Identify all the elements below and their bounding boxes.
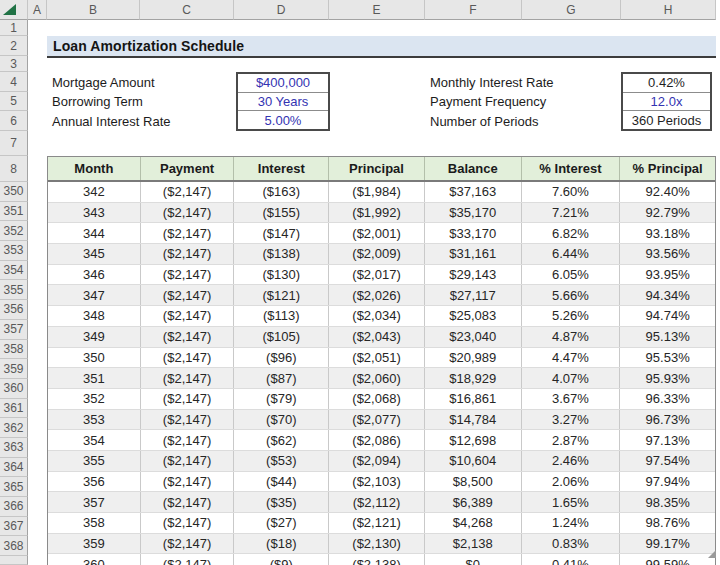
cell-payment[interactable]: ($2,147) — [141, 203, 235, 223]
row-header-4[interactable]: 4 — [0, 72, 28, 92]
row-header-358[interactable]: 358 — [0, 340, 28, 360]
cell-balance[interactable]: $23,040 — [425, 327, 522, 347]
cell-interest[interactable]: ($70) — [234, 410, 329, 430]
cell-interest[interactable]: ($147) — [234, 223, 329, 243]
cell-balance[interactable]: $29,143 — [425, 265, 522, 285]
cell-interest[interactable]: ($79) — [234, 389, 329, 409]
sheet-title-cell[interactable]: Loan Amortization Schedule — [47, 36, 716, 58]
cell-month[interactable]: 347 — [48, 285, 141, 305]
row-header-363[interactable]: 363 — [0, 438, 28, 458]
column-header-G[interactable]: G — [522, 0, 621, 20]
cell-payment[interactable]: ($2,147) — [141, 410, 235, 430]
column-header-label[interactable]: Interest — [234, 157, 329, 180]
row-header-359[interactable]: 359 — [0, 359, 28, 379]
cell-month[interactable]: 358 — [48, 513, 141, 533]
cell-balance[interactable]: $35,170 — [425, 203, 522, 223]
row-header-357[interactable]: 357 — [0, 320, 28, 340]
cell-pct-interest[interactable]: 2.87% — [522, 430, 621, 450]
cell-principal[interactable]: ($2,112) — [329, 492, 425, 512]
cell-pct-principal[interactable]: 93.18% — [620, 223, 715, 243]
cell-pct-principal[interactable]: 96.33% — [620, 389, 715, 409]
cell-month[interactable]: 349 — [48, 327, 141, 347]
cell-pct-principal[interactable]: 96.73% — [620, 410, 715, 430]
cell-pct-interest[interactable]: 4.07% — [522, 368, 621, 388]
cell-interest[interactable]: ($138) — [234, 244, 329, 264]
column-header-label[interactable]: Payment — [141, 157, 235, 180]
cell-month[interactable]: 360 — [48, 554, 141, 565]
cell-pct-interest[interactable]: 4.47% — [522, 348, 621, 368]
row-header-352[interactable]: 352 — [0, 221, 28, 241]
cell-pct-principal[interactable]: 98.35% — [620, 492, 715, 512]
column-header-E[interactable]: E — [329, 0, 425, 20]
row-header-356[interactable]: 356 — [0, 300, 28, 320]
cell-payment[interactable]: ($2,147) — [141, 492, 235, 512]
cell-principal[interactable]: ($2,026) — [329, 285, 425, 305]
cell-pct-principal[interactable]: 93.95% — [620, 265, 715, 285]
row-header-362[interactable]: 362 — [0, 418, 28, 438]
cell-interest[interactable]: ($35) — [234, 492, 329, 512]
cell-interest[interactable]: ($121) — [234, 285, 329, 305]
cell-balance[interactable]: $27,117 — [425, 285, 522, 305]
cell-month[interactable]: 345 — [48, 244, 141, 264]
column-header-label[interactable]: % Interest — [522, 157, 621, 180]
row-header-355[interactable]: 355 — [0, 280, 28, 300]
cell-month[interactable]: 356 — [48, 472, 141, 492]
column-header-A[interactable]: A — [28, 0, 47, 20]
monthly-interest-rate-field[interactable]: 0.42% — [623, 74, 710, 92]
cell-principal[interactable]: ($2,130) — [329, 534, 425, 554]
row-header-367[interactable]: 367 — [0, 517, 28, 537]
cell-principal[interactable]: ($1,992) — [329, 203, 425, 223]
cell-month[interactable]: 355 — [48, 451, 141, 471]
cell-pct-interest[interactable]: 1.65% — [522, 492, 621, 512]
cell-interest[interactable]: ($105) — [234, 327, 329, 347]
cell-pct-interest[interactable]: 2.46% — [522, 451, 621, 471]
cell-principal[interactable]: ($2,017) — [329, 265, 425, 285]
label-annual-interest-rate[interactable]: Annual Interest Rate — [52, 111, 171, 131]
cell-balance[interactable]: $10,604 — [425, 451, 522, 471]
cell-balance[interactable]: $0 — [425, 554, 522, 565]
cell-pct-principal[interactable]: 99.59% — [620, 554, 715, 565]
cell-principal[interactable]: ($2,051) — [329, 348, 425, 368]
cell-balance[interactable]: $2,138 — [425, 534, 522, 554]
column-header-label[interactable]: % Principal — [620, 157, 715, 180]
row-header-360[interactable]: 360 — [0, 379, 28, 399]
label-monthly-interest-rate[interactable]: Monthly Interest Rate — [430, 72, 554, 92]
cell-payment[interactable]: ($2,147) — [141, 513, 235, 533]
cell-balance[interactable]: $18,929 — [425, 368, 522, 388]
cell-interest[interactable]: ($9) — [234, 554, 329, 565]
borrowing-term-field[interactable]: 30 Years — [238, 92, 328, 111]
cell-pct-principal[interactable]: 97.13% — [620, 430, 715, 450]
cell-balance[interactable]: $12,698 — [425, 430, 522, 450]
cell-payment[interactable]: ($2,147) — [141, 327, 235, 347]
row-header-8[interactable]: 8 — [0, 156, 28, 182]
cell-month[interactable]: 346 — [48, 265, 141, 285]
cell-pct-interest[interactable]: 5.26% — [522, 306, 621, 326]
cell-payment[interactable]: ($2,147) — [141, 265, 235, 285]
cell-principal[interactable]: ($2,034) — [329, 306, 425, 326]
cell-balance[interactable]: $20,989 — [425, 348, 522, 368]
cell-interest[interactable]: ($53) — [234, 451, 329, 471]
row-header-7[interactable]: 7 — [0, 131, 28, 156]
cell-payment[interactable]: ($2,147) — [141, 554, 235, 565]
row-header-361[interactable]: 361 — [0, 399, 28, 419]
cell-payment[interactable]: ($2,147) — [141, 451, 235, 471]
cell-month[interactable]: 350 — [48, 348, 141, 368]
cell-principal[interactable]: ($2,138) — [329, 554, 425, 565]
cell-month[interactable]: 351 — [48, 368, 141, 388]
cell-interest[interactable]: ($87) — [234, 368, 329, 388]
label-payment-frequency[interactable]: Payment Frequency — [430, 92, 546, 111]
cell-pct-interest[interactable]: 2.06% — [522, 472, 621, 492]
cell-balance[interactable]: $37,163 — [425, 182, 522, 202]
cell-month[interactable]: 357 — [48, 492, 141, 512]
cell-payment[interactable]: ($2,147) — [141, 182, 235, 202]
cell-payment[interactable]: ($2,147) — [141, 348, 235, 368]
cell-payment[interactable]: ($2,147) — [141, 368, 235, 388]
row-header-2[interactable]: 2 — [0, 36, 28, 56]
column-header-D[interactable]: D — [234, 0, 329, 20]
cell-payment[interactable]: ($2,147) — [141, 472, 235, 492]
label-number-of-periods[interactable]: Number of Periods — [430, 111, 538, 131]
cell-principal[interactable]: ($2,068) — [329, 389, 425, 409]
cell-payment[interactable]: ($2,147) — [141, 389, 235, 409]
cell-interest[interactable]: ($27) — [234, 513, 329, 533]
payment-frequency-field[interactable]: 12.0x — [623, 92, 710, 111]
